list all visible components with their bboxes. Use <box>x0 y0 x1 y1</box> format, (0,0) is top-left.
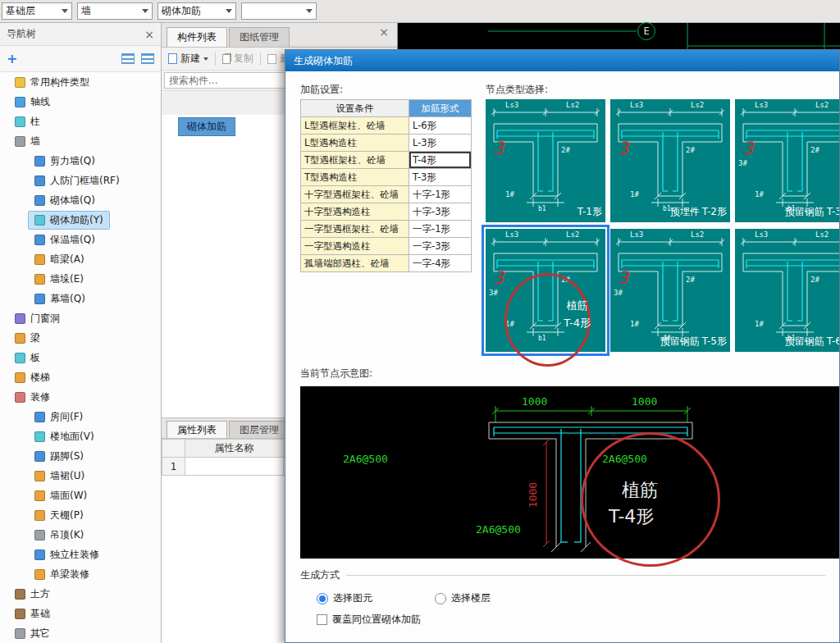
node-type-tile[interactable]: Ls3 Ls2 2# 1# 3# b1 3 预留钢筋 T-3形 <box>735 99 840 222</box>
component-icon <box>15 589 25 600</box>
nav-tree-item[interactable]: 楼地面(V) <box>0 426 161 446</box>
nav-item-label: 单梁装修 <box>50 568 89 581</box>
tile-caption: 预留钢筋 T-5形 <box>660 335 727 349</box>
form-column-header[interactable]: 加筋形式 <box>409 100 472 117</box>
node-type-tile[interactable]: Ls3 Ls2 2# 1# b1 预留钢筋 T-6形 <box>735 229 840 352</box>
nav-tree-item[interactable]: 砌体墙(Q) <box>0 190 161 210</box>
property-row-number: 1 <box>162 458 185 476</box>
nav-tree-item[interactable]: 幕墙(Q) <box>0 289 161 308</box>
add-icon[interactable]: + <box>7 52 17 66</box>
form-cell[interactable]: 十字-3形 <box>409 203 472 221</box>
dialog-title-bar[interactable]: 生成砌体加筋 <box>285 50 839 71</box>
property-name-cell[interactable] <box>185 458 284 476</box>
condition-cell[interactable]: L型遇框架柱、砼墙 <box>301 117 409 135</box>
nav-tree-item[interactable]: 轴线 <box>0 92 161 112</box>
nav-tree-item[interactable]: 柱 <box>0 112 161 131</box>
tab-layer-management[interactable]: 图层管理 <box>229 421 290 438</box>
nav-tree-item[interactable]: 踢脚(S) <box>0 446 161 466</box>
category-combo[interactable]: 墙 <box>77 2 153 20</box>
checkbox-overwrite-same-position[interactable]: 覆盖同位置砌体加筋 <box>317 613 421 627</box>
new-button[interactable]: 新建 <box>168 52 208 66</box>
nav-tree-item[interactable]: 墙垛(E) <box>0 269 161 289</box>
nav-tree-item[interactable]: 房间(F) <box>0 407 161 426</box>
nav-tree-item[interactable]: 板 <box>0 348 161 367</box>
nav-tree-item[interactable]: 基础 <box>0 604 161 623</box>
radio-label: 选择图元 <box>333 591 372 605</box>
radio-option-select-floors[interactable]: 选择楼层 <box>435 591 491 605</box>
nav-item-label: 幕墙(Q) <box>50 292 85 306</box>
condition-cell[interactable]: 十字型遇框架柱、砼墙 <box>301 186 409 203</box>
nav-tree-item[interactable]: 门窗洞 <box>0 308 161 328</box>
form-cell[interactable]: L-3形 <box>409 135 472 152</box>
condition-table-body: L型遇框架柱、砼墙 L-6形 L型遇构造柱 L-3形 T型遇框架柱、砼墙 T-4… <box>301 117 472 272</box>
property-row-number-header <box>162 440 185 458</box>
tile-name: T-1形 <box>578 205 602 219</box>
condition-cell[interactable]: 孤墙端部遇柱、砼墙 <box>301 255 409 272</box>
condition-cell[interactable]: 十字型遇构造柱 <box>301 203 409 221</box>
form-cell[interactable]: L-6形 <box>409 117 472 135</box>
nav-tree-item[interactable]: 梁 <box>0 328 161 348</box>
form-cell[interactable]: 一字-1形 <box>409 221 472 238</box>
form-cell[interactable]: 一字-3形 <box>409 238 472 255</box>
nav-tree-item[interactable]: 土方 <box>0 584 161 604</box>
component-combo-value: 砌体加筋 <box>162 4 201 18</box>
nav-tree-item[interactable]: 常用构件类型 <box>0 72 161 92</box>
dim-label-ls3: Ls3 <box>630 102 643 109</box>
dim-label-ls2: Ls2 <box>691 231 704 239</box>
condition-cell[interactable]: T型遇构造柱 <box>301 169 409 186</box>
form-cell[interactable]: T-4形 <box>409 152 472 169</box>
tile-prefix: 预留钢筋 <box>660 335 700 349</box>
list-view-icon[interactable] <box>121 53 135 64</box>
nav-tree-item[interactable]: 墙面(W) <box>0 486 161 505</box>
copy-button[interactable]: 复制 <box>222 52 253 66</box>
detail-view-icon[interactable] <box>141 53 154 64</box>
dimension-label-vertical: 1000 <box>527 482 538 508</box>
nav-item-label: 墙裙(U) <box>50 469 84 483</box>
tab-property-list[interactable]: 属性列表 <box>167 421 227 438</box>
nav-item-pill: 砌体墙(Q) <box>28 191 102 210</box>
nav-item-pill: 保温墙(Q) <box>28 230 102 249</box>
nav-tree-item[interactable]: 暗梁(A) <box>0 249 161 269</box>
node-type-tile[interactable]: Ls3 Ls2 2# 1# b1 3 T-1形 <box>486 99 605 222</box>
nav-tree-item[interactable]: 墙 <box>0 131 161 151</box>
nav-tree-item[interactable]: 楼梯 <box>0 367 161 387</box>
close-icon[interactable]: × <box>144 29 154 40</box>
condition-cell[interactable]: T型遇框架柱、砼墙 <box>301 152 409 169</box>
empty-combo[interactable] <box>241 2 317 20</box>
nav-tree-item[interactable]: 单梁装修 <box>0 564 161 584</box>
tab-component-list[interactable]: 构件列表 <box>167 27 227 47</box>
nav-item-pill: 剪力墙(Q) <box>28 152 102 171</box>
nav-tree-item[interactable]: 其它 <box>0 623 161 643</box>
component-icon <box>15 97 25 107</box>
nav-item-label: 砌体墙(Q) <box>50 194 95 207</box>
nav-tree-item[interactable]: 保温墙(Q) <box>0 230 161 249</box>
nav-tree-item[interactable]: 人防门框墙(RF) <box>0 171 161 190</box>
nav-item-label: 其它 <box>30 627 50 641</box>
component-icon <box>34 176 45 186</box>
condition-cell[interactable]: L型遇构造柱 <box>301 135 409 152</box>
floor-combo[interactable]: 基础层 <box>2 2 72 20</box>
nav-tree-item[interactable]: 剪力墙(Q) <box>0 151 161 171</box>
tab-drawing-management[interactable]: 图纸管理 <box>229 27 290 47</box>
form-cell[interactable]: T-3形 <box>409 169 472 186</box>
nav-item-pill: 幕墙(Q) <box>28 290 92 308</box>
form-cell[interactable]: 十字-1形 <box>409 186 472 203</box>
nav-tree-item[interactable]: 吊顶(K) <box>0 525 161 545</box>
radio-option-select-elements[interactable]: 选择图元 <box>317 591 372 605</box>
close-icon[interactable]: × <box>379 26 389 38</box>
rebar-spec-label: 2A6@500 <box>602 454 647 464</box>
component-icon <box>15 136 25 147</box>
nav-tree-item[interactable]: 独立柱装修 <box>0 545 161 564</box>
nav-tree-item[interactable]: 墙裙(U) <box>0 466 161 486</box>
condition-cell[interactable]: 一字型遇构造柱 <box>301 238 409 255</box>
node-type-tile[interactable]: Ls3 Ls2 2# 1# 3# 4# 3 预留钢筋 T-5形 <box>610 229 730 352</box>
nav-tree-item[interactable]: 装修 <box>0 387 161 407</box>
nav-tree-item[interactable]: 砌体加筋(Y) <box>0 210 161 230</box>
nav-tree-item[interactable]: 天棚(P) <box>0 505 161 525</box>
node-type-tile[interactable]: Ls3 Ls2 2# 1# b1 3 预埋件 T-2形 <box>610 99 730 222</box>
node-type-tile[interactable]: Ls3 Ls2 2# 1# 3# b1 3 植筋 T-4形 <box>486 229 605 352</box>
form-cell[interactable]: 一字-4形 <box>409 255 472 272</box>
condition-cell[interactable]: 一字型遇框架柱、砼墙 <box>301 221 409 238</box>
list-item[interactable]: 砌体加筋 <box>178 117 235 136</box>
component-combo[interactable]: 砌体加筋 <box>158 2 236 20</box>
